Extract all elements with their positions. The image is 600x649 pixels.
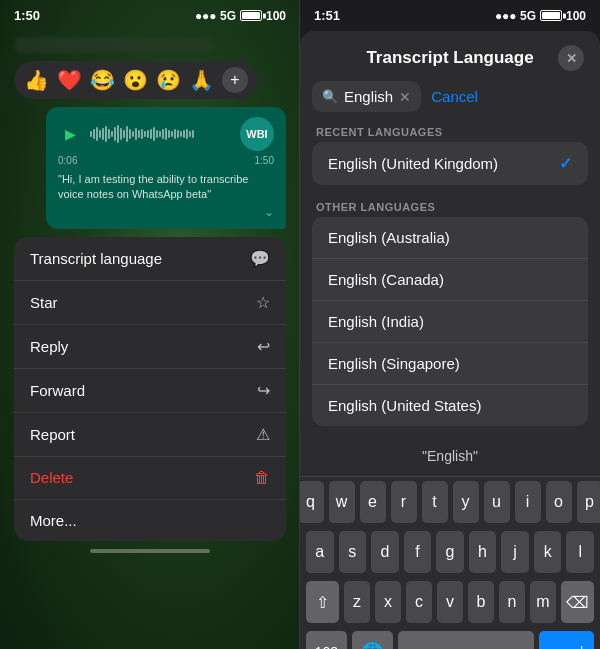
- right-panel: 1:51 ●●● 5G 100 Transcript Language ✕ 🔍 …: [300, 0, 600, 649]
- modal-close-button[interactable]: ✕: [558, 45, 584, 71]
- reaction-wow[interactable]: 😮: [123, 68, 148, 92]
- key-g[interactable]: g: [436, 531, 464, 573]
- key-j[interactable]: j: [501, 531, 529, 573]
- key-n[interactable]: n: [499, 581, 525, 623]
- space-key[interactable]: space: [398, 631, 535, 649]
- shift-key[interactable]: ⇧: [306, 581, 339, 623]
- menu-item-reply[interactable]: Reply ↩: [14, 325, 286, 369]
- key-o[interactable]: o: [546, 481, 572, 523]
- language-item-us[interactable]: English (United States): [312, 385, 588, 426]
- key-l[interactable]: l: [566, 531, 594, 573]
- language-item-au[interactable]: English (Australia): [312, 217, 588, 259]
- menu-item-forward[interactable]: Forward ↪: [14, 369, 286, 413]
- menu-label-report: Report: [30, 426, 75, 443]
- key-v[interactable]: v: [437, 581, 463, 623]
- key-c[interactable]: c: [406, 581, 432, 623]
- left-panel: 1:50 ●●● 5G 100 👍 ❤️ 😂 😮 😢 🙏 + ▶: [0, 0, 300, 649]
- keyboard-row-2: a s d f g h j k l: [300, 527, 600, 577]
- right-battery-icon: [540, 10, 562, 21]
- modal-sheet: Transcript Language ✕ 🔍 English ✕ Cancel…: [300, 31, 600, 649]
- menu-label-star: Star: [30, 294, 58, 311]
- voice-bubble: ▶: [46, 107, 286, 229]
- reaction-bar[interactable]: 👍 ❤️ 😂 😮 😢 🙏 +: [14, 61, 258, 99]
- modal-header: Transcript Language ✕: [300, 31, 600, 81]
- left-home-indicator: [0, 541, 300, 557]
- reaction-pray[interactable]: 🙏: [189, 68, 214, 92]
- key-x[interactable]: x: [375, 581, 401, 623]
- other-languages-section: English (Australia) English (Canada) Eng…: [300, 217, 600, 436]
- key-z[interactable]: z: [344, 581, 370, 623]
- menu-item-delete[interactable]: Delete 🗑: [14, 457, 286, 500]
- language-name-ca: English (Canada): [328, 271, 444, 288]
- menu-item-report[interactable]: Report ⚠: [14, 413, 286, 457]
- key-y[interactable]: y: [453, 481, 479, 523]
- backspace-key[interactable]: ⌫: [561, 581, 594, 623]
- search-key[interactable]: search: [539, 631, 594, 649]
- search-row: 🔍 English ✕ Cancel: [300, 81, 600, 120]
- right-signal: ●●● 5G: [495, 9, 536, 23]
- recent-languages-header: RECENT LANGUAGES: [300, 120, 600, 142]
- menu-label-delete: Delete: [30, 469, 73, 486]
- play-button[interactable]: ▶: [58, 122, 82, 146]
- reaction-heart[interactable]: ❤️: [57, 68, 82, 92]
- recent-languages-section: English (United Kingdom) ✓: [300, 142, 600, 195]
- reaction-cry[interactable]: 😢: [156, 68, 181, 92]
- suggestion-text[interactable]: "English": [410, 444, 490, 468]
- language-item-sg[interactable]: English (Singapore): [312, 343, 588, 385]
- search-clear-button[interactable]: ✕: [399, 89, 411, 105]
- cancel-button[interactable]: Cancel: [431, 88, 478, 105]
- menu-label-forward: Forward: [30, 382, 85, 399]
- key-a[interactable]: a: [306, 531, 334, 573]
- key-r[interactable]: r: [391, 481, 417, 523]
- key-k[interactable]: k: [534, 531, 562, 573]
- left-time: 1:50: [14, 8, 40, 23]
- key-u[interactable]: u: [484, 481, 510, 523]
- key-p[interactable]: p: [577, 481, 601, 523]
- menu-item-star[interactable]: Star ☆: [14, 281, 286, 325]
- keyboard-row-1: q w e r t y u i o p: [300, 477, 600, 527]
- menu-label-more: More...: [30, 512, 77, 529]
- language-name-in: English (India): [328, 313, 424, 330]
- language-item-uk[interactable]: English (United Kingdom) ✓: [312, 142, 588, 185]
- reply-icon: ↩: [257, 337, 270, 356]
- menu-item-more[interactable]: More...: [14, 500, 286, 541]
- keyboard-row-4: 123 🌐 space search: [300, 627, 600, 649]
- left-status-bar: 1:50 ●●● 5G 100: [0, 0, 300, 27]
- reaction-thumbs-up[interactable]: 👍: [24, 68, 49, 92]
- key-b[interactable]: b: [468, 581, 494, 623]
- menu-label-transcript: Transcript language: [30, 250, 162, 267]
- emoji-key[interactable]: 🌐: [352, 631, 393, 649]
- voice-time: 0:06 1:50: [58, 155, 274, 166]
- reaction-more-button[interactable]: +: [222, 67, 248, 93]
- language-name-us: English (United States): [328, 397, 481, 414]
- left-signal: ●●● 5G: [195, 9, 236, 23]
- key-w[interactable]: w: [329, 481, 355, 523]
- key-f[interactable]: f: [404, 531, 432, 573]
- chevron-down-icon[interactable]: ⌄: [58, 205, 274, 219]
- num-key[interactable]: 123: [306, 631, 347, 649]
- right-battery-pct: 100: [566, 9, 586, 23]
- search-input[interactable]: English: [344, 88, 393, 105]
- language-name-sg: English (Singapore): [328, 355, 460, 372]
- menu-item-transcript-language[interactable]: Transcript language 💬: [14, 237, 286, 281]
- key-i[interactable]: i: [515, 481, 541, 523]
- chat-background: [0, 27, 300, 53]
- modal-title: Transcript Language: [342, 48, 558, 68]
- key-d[interactable]: d: [371, 531, 399, 573]
- star-icon: ☆: [256, 293, 270, 312]
- key-t[interactable]: t: [422, 481, 448, 523]
- language-item-in[interactable]: English (India): [312, 301, 588, 343]
- waveform: [90, 124, 232, 144]
- right-time: 1:51: [314, 8, 340, 23]
- key-m[interactable]: m: [530, 581, 556, 623]
- key-e[interactable]: e: [360, 481, 386, 523]
- search-field[interactable]: 🔍 English ✕: [312, 81, 421, 112]
- key-q[interactable]: q: [300, 481, 324, 523]
- forward-icon: ↪: [257, 381, 270, 400]
- reaction-laugh[interactable]: 😂: [90, 68, 115, 92]
- language-name-uk: English (United Kingdom): [328, 155, 498, 172]
- key-h[interactable]: h: [469, 531, 497, 573]
- menu-label-reply: Reply: [30, 338, 68, 355]
- key-s[interactable]: s: [339, 531, 367, 573]
- language-item-ca[interactable]: English (Canada): [312, 259, 588, 301]
